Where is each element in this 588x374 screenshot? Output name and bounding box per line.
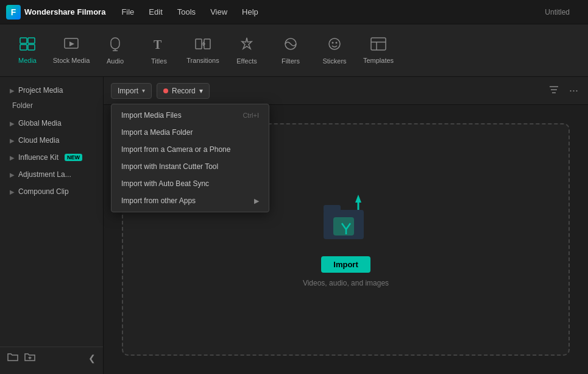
sidebar: ▶ Project Media Folder ▶ Global Media ▶ … <box>0 77 104 374</box>
titles-label: Titles <box>151 57 167 65</box>
sidebar-item-compound-clip[interactable]: ▶ Compound Clip <box>2 184 101 200</box>
stock-media-label: Stock Media <box>53 57 90 64</box>
templates-icon <box>370 37 386 53</box>
influence-kit-badge: NEW <box>65 154 82 161</box>
main-area: ▶ Project Media Folder ▶ Global Media ▶ … <box>0 77 588 374</box>
titles-icon: T <box>152 37 166 54</box>
svg-rect-3 <box>28 45 35 50</box>
import-instant-cutter-item[interactable]: Import with Instant Cutter Tool <box>112 158 269 175</box>
sidebar-item-project-media[interactable]: ▶ Project Media <box>2 82 101 98</box>
import-media-folder-label: Import a Media Folder <box>121 128 193 137</box>
record-dot-icon <box>163 88 168 93</box>
svg-rect-2 <box>20 45 27 50</box>
compound-clip-arrow: ▶ <box>10 189 15 195</box>
influence-kit-arrow: ▶ <box>10 154 15 161</box>
stickers-icon <box>327 37 342 54</box>
filters-icon <box>283 37 298 54</box>
app-name: Wondershare Filmora <box>24 7 105 16</box>
more-options-button[interactable]: ··· <box>567 82 581 99</box>
toolbar-media[interactable]: Media <box>6 29 49 73</box>
import-media-folder-item[interactable]: Import a Media Folder <box>112 124 269 141</box>
cloud-media-label: Cloud Media <box>18 136 59 145</box>
import-media-files-label: Import Media Files <box>121 111 182 120</box>
sidebar-item-cloud-media[interactable]: ▶ Cloud Media <box>2 132 101 148</box>
stock-media-icon <box>63 37 79 53</box>
influence-kit-label: Influence Kit <box>18 153 58 162</box>
svg-text:T: T <box>154 38 162 51</box>
toolbar-templates[interactable]: Templates <box>357 29 400 73</box>
svg-rect-1 <box>28 38 35 43</box>
import-auto-beat-sync-item[interactable]: Import with Auto Beat Sync <box>112 175 269 192</box>
svg-rect-16 <box>371 38 386 50</box>
effects-icon <box>239 37 254 54</box>
adjustment-layer-label: Adjustment La... <box>18 170 71 179</box>
folder-label: Folder <box>12 101 33 110</box>
app-logo-icon: F <box>6 5 21 20</box>
media-icon <box>19 37 35 53</box>
audio-label: Audio <box>107 57 124 65</box>
app-logo: F Wondershare Filmora <box>6 5 105 20</box>
import-dropdown-menu: Import Media Files Ctrl+I Import a Media… <box>111 104 269 212</box>
sidebar-item-folder[interactable]: Folder <box>0 99 103 115</box>
sidebar-item-influence-kit[interactable]: ▶ Influence Kit NEW <box>2 149 101 165</box>
toolbar-stock-media[interactable]: Stock Media <box>50 29 93 73</box>
project-media-arrow: ▶ <box>10 87 15 94</box>
cloud-media-arrow: ▶ <box>10 137 15 144</box>
sidebar-item-global-media[interactable]: ▶ Global Media <box>2 115 101 131</box>
new-folder-button[interactable] <box>7 352 18 364</box>
sidebar-footer: ❮ <box>0 347 103 369</box>
import-auto-beat-sync-label: Import with Auto Beat Sync <box>121 179 209 188</box>
import-other-apps-arrow: ▶ <box>254 197 259 205</box>
toolbar-transitions[interactable]: Transitions <box>182 29 224 73</box>
menu-tools[interactable]: Tools <box>171 5 202 19</box>
effects-label: Effects <box>236 57 257 65</box>
window-title: Untitled <box>545 8 570 16</box>
toolbar-effects[interactable]: Effects <box>225 29 268 73</box>
import-button[interactable]: Import ▾ <box>111 83 152 99</box>
svg-point-14 <box>332 41 334 43</box>
menu-edit[interactable]: Edit <box>143 5 168 19</box>
media-label: Media <box>18 57 37 64</box>
project-media-label: Project Media <box>18 86 63 95</box>
filter-button[interactable] <box>546 82 562 99</box>
add-folder-button[interactable] <box>24 352 35 364</box>
import-instant-cutter-label: Import with Instant Cutter Tool <box>121 162 218 171</box>
svg-rect-25 <box>324 205 341 212</box>
import-button-label: Import <box>118 87 138 95</box>
templates-label: Templates <box>363 57 394 64</box>
record-button-label: Record <box>172 87 196 95</box>
toolbar-filters[interactable]: Filters <box>269 29 312 73</box>
import-camera-phone-item[interactable]: Import from a Camera or a Phone <box>112 141 269 158</box>
import-media-files-item[interactable]: Import Media Files Ctrl+I <box>112 107 269 124</box>
record-button[interactable]: Record ▾ <box>157 83 210 99</box>
menu-view[interactable]: View <box>204 5 233 19</box>
dropzone-icon <box>319 192 374 246</box>
import-camera-phone-label: Import from a Camera or a Phone <box>121 145 230 154</box>
transitions-label: Transitions <box>186 57 219 64</box>
content-area: Import ▾ Record ▾ ··· Import Media <box>104 77 588 374</box>
transitions-icon <box>195 37 211 53</box>
titlebar: F Wondershare Filmora File Edit Tools Vi… <box>0 0 588 24</box>
sidebar-item-adjustment-layer[interactable]: ▶ Adjustment La... <box>2 167 101 182</box>
global-media-arrow: ▶ <box>10 120 15 127</box>
menubar: File Edit Tools View Help <box>115 5 535 19</box>
toolbar-titles[interactable]: T Titles <box>138 29 180 73</box>
content-toolbar: Import ▾ Record ▾ ··· Import Media <box>104 77 588 105</box>
menu-help[interactable]: Help <box>236 5 264 19</box>
toolbar-audio[interactable]: Audio <box>94 29 136 73</box>
toolbar-stickers[interactable]: Stickers <box>313 29 356 73</box>
svg-point-13 <box>329 38 340 49</box>
dropzone-description: Videos, audio, and images <box>303 279 389 287</box>
import-action-button[interactable]: Import <box>321 256 370 273</box>
sidebar-collapse-button[interactable]: ❮ <box>88 353 96 363</box>
import-other-apps-item[interactable]: Import from other Apps ▶ <box>112 192 269 209</box>
record-dropdown-arrow: ▾ <box>199 87 203 95</box>
svg-rect-0 <box>20 38 27 43</box>
adjustment-layer-arrow: ▶ <box>10 171 15 178</box>
import-other-apps-label: Import from other Apps <box>121 196 196 205</box>
svg-rect-9 <box>196 39 202 49</box>
svg-marker-5 <box>69 41 74 46</box>
compound-clip-label: Compound Clip <box>18 187 69 196</box>
menu-file[interactable]: File <box>115 5 140 19</box>
import-media-files-shortcut: Ctrl+I <box>243 112 259 119</box>
